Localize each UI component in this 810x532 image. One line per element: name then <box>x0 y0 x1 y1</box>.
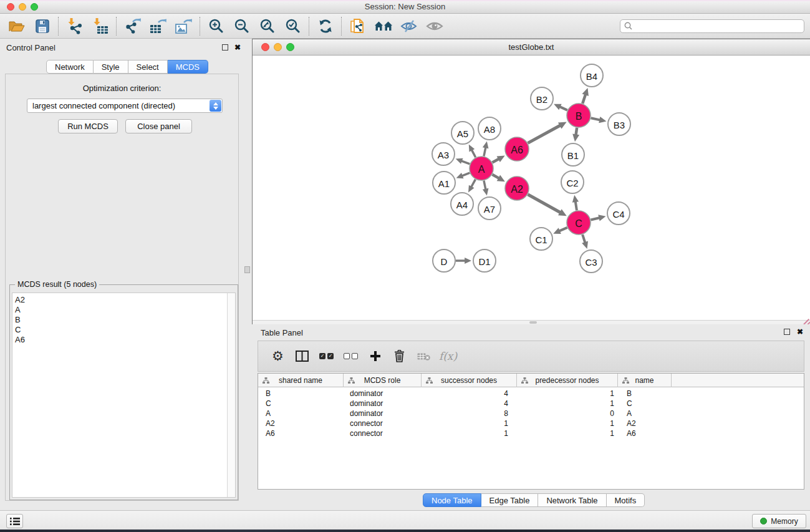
show-column-panel-button[interactable] <box>290 344 314 369</box>
table-cell[interactable]: connector <box>344 428 422 438</box>
export-image-button[interactable] <box>171 15 196 37</box>
table-cell[interactable]: 4 <box>422 389 517 399</box>
column-header-name[interactable]: name <box>618 374 672 387</box>
network-window-titlebar[interactable]: testGlobe.txt <box>253 39 810 56</box>
close-window-button[interactable] <box>7 3 14 11</box>
tab-network[interactable]: Network <box>46 60 94 74</box>
table-cell[interactable]: A6 <box>258 428 344 438</box>
graph-node-A1[interactable]: A1 <box>433 172 455 194</box>
graph-node-A5[interactable]: A5 <box>451 122 474 144</box>
zoom-out-button[interactable] <box>229 15 254 37</box>
tab-node-table[interactable]: Node Table <box>423 493 481 507</box>
column-header-MCDS-role[interactable]: MCDS role <box>344 374 422 387</box>
network-canvas[interactable]: B4B2BB3A8A5A6A3B1AC2A1A2A4A7C4CC1C3DD1 <box>253 56 810 321</box>
graph-node-C4[interactable]: C4 <box>607 202 630 225</box>
tab-motifs[interactable]: Motifs <box>607 493 645 507</box>
float-panel-icon[interactable] <box>222 44 228 51</box>
graph-node-B3[interactable]: B3 <box>608 113 630 135</box>
show-selected-button[interactable] <box>422 15 447 37</box>
criterion-select[interactable]: largest connected component (directed) <box>27 99 223 113</box>
table-cell[interactable]: dominator <box>344 399 422 409</box>
graph-node-C2[interactable]: C2 <box>561 171 584 193</box>
tab-network-table[interactable]: Network Table <box>538 493 606 507</box>
refresh-view-button[interactable] <box>312 15 338 37</box>
table-cell[interactable]: B <box>258 389 344 399</box>
table-cell[interactable]: C <box>258 399 344 409</box>
table-cell[interactable]: 1 <box>517 389 618 399</box>
import-network-button[interactable] <box>62 15 87 37</box>
function-builder-button[interactable]: f(x) <box>436 344 460 369</box>
close-panel-icon[interactable]: ✖ <box>234 43 241 52</box>
zoom-window-button[interactable] <box>31 3 38 11</box>
close-panel-button[interactable]: Close panel <box>125 119 192 133</box>
tab-style[interactable]: Style <box>94 60 128 74</box>
search-input[interactable] <box>635 21 800 31</box>
table-row[interactable]: Bdominator41B <box>258 389 804 399</box>
table-cell[interactable]: 4 <box>422 399 517 409</box>
mcds-result-list[interactable]: A2ABCA6 <box>12 293 236 498</box>
graph-node-A2[interactable]: A2 <box>505 177 529 200</box>
zoom-fit-button[interactable] <box>254 15 280 37</box>
import-table-button[interactable] <box>87 15 113 37</box>
graph-node-D1[interactable]: D1 <box>473 249 496 272</box>
graph-node-D[interactable]: D <box>433 249 455 272</box>
zoom-network-button[interactable] <box>286 43 294 51</box>
result-list-item[interactable]: A2 <box>12 295 235 305</box>
graph-node-C[interactable]: C <box>567 211 591 235</box>
table-cell[interactable]: A2 <box>618 418 672 428</box>
divider-thumb[interactable] <box>244 266 250 273</box>
unselect-all-columns-button[interactable] <box>339 344 363 369</box>
memory-button[interactable]: Memory <box>752 514 806 528</box>
graph-node-C3[interactable]: C3 <box>580 250 602 273</box>
table-cell[interactable]: dominator <box>344 389 422 399</box>
graph-node-A[interactable]: A <box>470 157 493 180</box>
graph-node-B1[interactable]: B1 <box>562 143 584 166</box>
result-list-scrollbar[interactable] <box>227 293 235 497</box>
export-table-button[interactable] <box>145 15 171 37</box>
scrollbar-thumb[interactable] <box>529 321 537 324</box>
run-mcds-button[interactable]: Run MCDS <box>58 119 118 133</box>
table-cell[interactable]: A <box>258 409 344 418</box>
zoom-in-button[interactable] <box>203 15 229 37</box>
table-cell[interactable]: 1 <box>517 399 618 409</box>
show-hidden-panels-button[interactable] <box>6 514 23 528</box>
table-cell[interactable]: C <box>618 399 672 409</box>
export-network-button[interactable] <box>120 15 145 37</box>
delete-column-button[interactable] <box>387 344 412 369</box>
close-panel-icon[interactable]: ✖ <box>797 327 803 336</box>
table-cell[interactable]: 1 <box>517 418 618 428</box>
delete-table-button[interactable] <box>412 344 436 369</box>
graph-node-A8[interactable]: A8 <box>478 117 501 140</box>
hide-selected-button[interactable] <box>396 15 422 37</box>
table-cell[interactable]: dominator <box>344 409 422 418</box>
table-cell[interactable]: 1 <box>422 418 517 428</box>
graph-node-A3[interactable]: A3 <box>432 143 455 165</box>
float-panel-icon[interactable] <box>784 329 790 335</box>
tab-select[interactable]: Select <box>128 60 168 74</box>
column-header-successor-nodes[interactable]: successor nodes <box>422 374 517 387</box>
table-cell[interactable]: 1 <box>517 428 618 438</box>
result-list-item[interactable]: A <box>12 305 235 315</box>
graph-node-A7[interactable]: A7 <box>478 197 501 220</box>
new-network-file-button[interactable] <box>345 15 370 37</box>
table-row[interactable]: Cdominator41C <box>258 399 804 409</box>
save-session-button[interactable] <box>29 15 55 37</box>
graph-node-A6[interactable]: A6 <box>505 137 529 161</box>
result-list-item[interactable]: C <box>12 325 235 335</box>
graph-node-B[interactable]: B <box>567 104 591 127</box>
table-cell[interactable]: 0 <box>517 409 618 418</box>
tab-mcds[interactable]: MCDS <box>168 60 208 74</box>
graph-node-B2[interactable]: B2 <box>531 87 553 110</box>
table-cell[interactable]: 8 <box>422 409 517 418</box>
column-header-predecessor-nodes[interactable]: predecessor nodes <box>517 374 618 387</box>
graph-node-B4[interactable]: B4 <box>581 64 603 87</box>
graph-node-A4[interactable]: A4 <box>451 193 473 215</box>
split-pane-divider[interactable] <box>243 39 252 510</box>
home-views-button[interactable] <box>370 15 396 37</box>
table-cell[interactable]: A2 <box>258 418 344 428</box>
table-row[interactable]: A2connector11A2 <box>258 418 804 428</box>
search-field[interactable] <box>620 19 804 33</box>
select-all-columns-button[interactable]: ✓✓ <box>314 344 339 369</box>
create-column-button[interactable] <box>363 344 387 369</box>
open-session-button[interactable] <box>4 15 29 37</box>
